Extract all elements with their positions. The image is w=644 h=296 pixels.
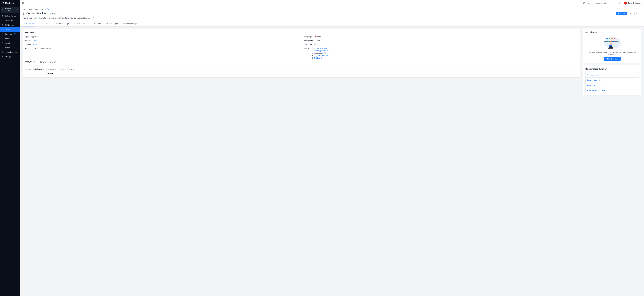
field-framework: Framework Rails <box>304 40 578 42</box>
relationship-item[interactable]: Code Issues 0 NEW <box>586 88 638 93</box>
svg-point-31 <box>608 41 608 42</box>
opslevel-logo-icon <box>2 2 4 5</box>
empty-state-illustration <box>602 36 622 50</box>
bolt-icon <box>618 13 619 14</box>
docs-icon <box>2 33 3 35</box>
user-avatar: DD <box>624 2 627 5</box>
add-repository-button[interactable]: Add a Repository <box>604 57 620 61</box>
gear-icon <box>2 56 3 58</box>
bolt-icon <box>2 15 3 17</box>
help-button[interactable] <box>583 2 586 4</box>
chevron-right-icon: › <box>18 24 18 26</box>
search-box[interactable] <box>592 1 622 5</box>
topbar: DD Dominik Dorosz ⌄ <box>20 0 644 6</box>
svg-rect-0 <box>2 29 3 30</box>
level-tag: Beginner <box>50 12 60 15</box>
brand-logo[interactable]: OpsLevel <box>0 0 20 6</box>
nav-docs-hub[interactable]: Docs Hub NEW <box>0 32 20 36</box>
svg-rect-12 <box>48 9 48 10</box>
relationship-item[interactable]: Packages 0 <box>586 83 638 88</box>
field-owner: Owner Order Management Team orders@jklab… <box>304 47 578 59</box>
field-type: Type Application <box>25 36 299 38</box>
sidebar: OpsLevel Detected Services 0 Getting Sta… <box>0 0 20 296</box>
copy-icon[interactable] <box>324 52 326 54</box>
tab-api-docs[interactable]: API Docs <box>74 21 85 27</box>
slack-icon <box>312 52 313 54</box>
nav-integrations[interactable]: Integrations ⚠ <box>0 50 20 54</box>
owner-jira[interactable]: Jira Board <box>314 57 322 59</box>
svg-rect-7 <box>2 52 3 53</box>
field-supported-platforms: Supported Platforms i Windows✕ macOS✕ iO… <box>25 68 578 75</box>
nav-maturity[interactable]: Maturity › <box>0 41 20 45</box>
add-platform-button[interactable]: +Add <box>46 72 54 75</box>
sidebar-toggle[interactable] <box>22 2 24 4</box>
download-button[interactable] <box>628 12 634 15</box>
pencil-icon <box>47 12 49 14</box>
user-menu[interactable]: DD Dominik Dorosz ⌄ <box>624 2 642 5</box>
grid-icon <box>2 51 3 53</box>
owner-email[interactable]: orders@jklabs.com <box>314 50 328 52</box>
pencil-icon <box>92 17 94 19</box>
overview-card: Overview Type Application Language Ruby … <box>22 29 581 78</box>
svg-point-8 <box>2 56 3 57</box>
field-product: Product Point of Sales System <box>25 47 299 59</box>
detected-services-button[interactable]: Detected Services 0 <box>1 7 19 13</box>
file-icon <box>90 23 92 25</box>
nav-dashboard[interactable]: Dashboard <box>0 18 20 23</box>
edit-title-button[interactable] <box>47 12 49 15</box>
home-icon <box>2 20 3 22</box>
nav-reports[interactable]: Reports › <box>0 45 20 50</box>
info-icon[interactable]: i <box>56 61 57 62</box>
field-lifecycle: Lifecycle Stage Generally Availablei <box>25 61 299 63</box>
nav-catalog[interactable]: Catalog › <box>0 27 20 32</box>
sparkle-icon <box>2 9 4 11</box>
relationship-item[interactable]: Components 0 <box>586 72 638 78</box>
help-icon <box>583 2 586 4</box>
tab-tech-docs[interactable]: Tech Docs <box>90 21 102 27</box>
notification-dot <box>12 29 13 30</box>
breadcrumb-root[interactable]: Components <box>22 8 32 10</box>
remove-tag-icon[interactable]: ✕ <box>55 69 56 70</box>
relationship-item[interactable]: Infrastructure 0 <box>586 78 638 83</box>
svg-point-10 <box>619 2 620 3</box>
copy-icon[interactable] <box>47 8 49 10</box>
svg-rect-11 <box>48 9 48 10</box>
svg-rect-28 <box>612 38 613 39</box>
tab-campaigns[interactable]: Campaigns <box>106 21 119 27</box>
chevron-right-icon: › <box>18 38 18 39</box>
search-input[interactable] <box>594 2 618 4</box>
chevron-right-icon: › <box>18 47 18 48</box>
globe-icon <box>312 55 313 56</box>
svg-rect-20 <box>312 50 313 51</box>
owner-slack: #order-mgmt <box>314 52 324 54</box>
announcements-button[interactable] <box>588 2 590 4</box>
tab-maturity-report[interactable]: Maturity Report <box>123 21 139 27</box>
nav-people[interactable]: People › <box>0 36 20 41</box>
book-icon <box>2 29 3 31</box>
info-icon[interactable]: i <box>314 43 316 45</box>
page-header: Components / coupon_tracker Coupon Track… <box>20 6 644 19</box>
nav-self-service[interactable]: Self-Service › <box>0 23 20 27</box>
owner-team-link[interactable]: Order Management Team <box>312 47 332 49</box>
owner-pagerduty[interactable]: PagerDuty On-Call <box>314 55 328 57</box>
svg-point-2 <box>2 38 2 39</box>
nav-settings[interactable]: Settings › <box>0 54 20 59</box>
field-domain: Domain Web <box>25 40 299 42</box>
remove-tag-icon[interactable]: ✕ <box>73 69 74 70</box>
actions-button[interactable]: Actions <box>616 12 627 15</box>
warning-icon: ⚠ <box>15 51 17 53</box>
repositories-empty-text: OpsLevel works best when it is integrate… <box>586 51 639 55</box>
svg-rect-21 <box>325 53 326 53</box>
remove-tag-icon[interactable]: ✕ <box>65 69 66 70</box>
nav-getting-started[interactable]: Getting Started <box>0 14 20 18</box>
tab-summary[interactable]: Summary <box>22 21 34 27</box>
brand-name: OpsLevel <box>5 2 14 4</box>
edit-description-button[interactable] <box>92 17 94 19</box>
svg-point-32 <box>610 41 611 42</box>
tab-operations[interactable]: Operations <box>38 21 51 27</box>
api-icon <box>74 23 76 25</box>
tab-relationships[interactable]: Relationships <box>55 21 70 27</box>
settings-dropdown[interactable]: ⌄ <box>634 12 642 15</box>
info-icon[interactable]: i <box>43 69 44 70</box>
svg-rect-27 <box>609 38 610 39</box>
